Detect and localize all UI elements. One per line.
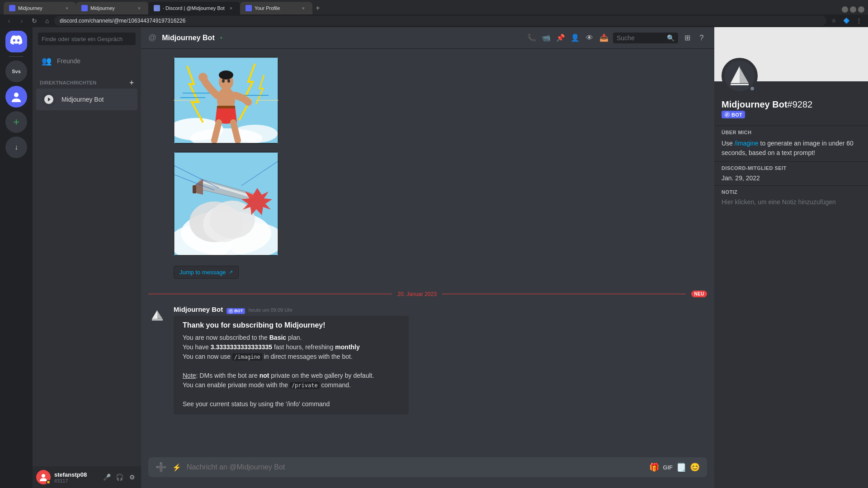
settings-button[interactable]: ⚙ xyxy=(127,472,137,483)
online-indicator: ● xyxy=(220,36,222,40)
deafen-button[interactable]: 🎧 xyxy=(114,472,125,483)
member-since-section: DISCORD-MITGLIED SEIT Jan. 29, 2022 xyxy=(714,161,868,185)
pin-icon[interactable]: 📌 xyxy=(555,33,566,43)
help-icon[interactable]: ? xyxy=(696,33,707,43)
dm-item-midjourney[interactable]: Midjourney Bot xyxy=(36,89,137,110)
svg-point-17 xyxy=(227,79,230,83)
inbox-icon[interactable]: 📥 xyxy=(599,33,609,43)
tab-close-discord[interactable]: × xyxy=(227,5,235,12)
tab-title-1: Midjourney xyxy=(18,5,61,11)
svg-rect-30 xyxy=(193,185,196,193)
server-icon-home[interactable] xyxy=(5,31,27,52)
back-button[interactable]: ‹ xyxy=(4,15,14,26)
tab-close-1[interactable]: × xyxy=(63,5,71,12)
tab-profile[interactable]: Your Profile × xyxy=(240,2,312,14)
svg-point-15 xyxy=(219,70,233,80)
chat-input[interactable] xyxy=(187,463,644,471)
dm-avatar-midjourney xyxy=(42,92,56,107)
search-bar[interactable]: Suche 🔍 xyxy=(613,33,678,43)
sticker-icon[interactable]: 🗒️ xyxy=(676,462,686,472)
user-tag: #3117 xyxy=(54,478,98,483)
about-me-link[interactable]: /imagine xyxy=(735,140,759,147)
date-divider: 20. Januar 2023 NEU xyxy=(141,283,714,305)
jump-to-message-button[interactable]: Jump to message ↗ xyxy=(174,266,239,279)
about-me-text-before: Use xyxy=(722,140,735,147)
about-me-text: Use /imagine to generate an image in und… xyxy=(722,139,861,158)
grid-icon[interactable]: ⊞ xyxy=(682,33,693,43)
tab-title-profile: Your Profile xyxy=(255,5,297,11)
comic-image-1 xyxy=(174,57,278,144)
svg-point-1 xyxy=(82,6,87,10)
emoji-icon[interactable]: 😊 xyxy=(690,462,700,472)
extension-icon[interactable]: 🔷 xyxy=(841,15,852,26)
gif-icon[interactable]: GIF xyxy=(663,464,673,471)
header-icons: 📞 📹 📌 👤 👁 📥 Suche 🔍 ⊞ ? xyxy=(526,33,707,43)
server-icon-svs[interactable]: Svs xyxy=(5,61,27,82)
friends-label: Freunde xyxy=(57,57,80,65)
add-server-button[interactable]: + xyxy=(5,111,27,133)
about-me-section: ÜBER MICH Use /imagine to generate an im… xyxy=(714,126,868,161)
tab-midjourney-2[interactable]: Midjourney × xyxy=(76,2,148,14)
svg-point-5 xyxy=(42,474,45,478)
mute-button[interactable]: 🎤 xyxy=(101,472,112,483)
call-icon[interactable]: 📞 xyxy=(526,33,537,43)
new-label: NEU xyxy=(691,291,707,297)
download-button[interactable]: ↓ xyxy=(5,136,27,158)
profile-discriminator: #9282 xyxy=(788,99,813,109)
video-icon[interactable]: 📹 xyxy=(541,33,552,43)
user-controls: 🎤 🎧 ⚙ xyxy=(101,472,137,483)
home-button[interactable]: ⌂ xyxy=(42,15,52,26)
member-since-title: DISCORD-MITGLIED SEIT xyxy=(722,165,861,171)
subscribe-embed: Thank you for subscribing to Midjourney!… xyxy=(174,316,409,414)
message-author: Midjourney Bot xyxy=(174,305,223,313)
forward-button[interactable]: › xyxy=(16,15,27,26)
dm-search-box[interactable]: Finde oder starte ein Gespräch xyxy=(38,33,136,45)
note-placeholder[interactable]: Hier klicken, um eine Notiz hinzuzufügen xyxy=(722,198,861,206)
close-button[interactable] xyxy=(858,6,864,13)
dm-section-header: DIREKTNACHRICHTEN + xyxy=(36,71,137,89)
add-friend-icon[interactable]: 👤 xyxy=(570,33,580,43)
server-label-svs: Svs xyxy=(12,69,21,74)
bookmark-icon[interactable]: ☆ xyxy=(828,15,839,26)
minimize-button[interactable] xyxy=(842,6,848,13)
profile-avatar-area xyxy=(722,58,758,94)
user-panel: stefanstp08 #3117 🎤 🎧 ⚙ xyxy=(33,466,141,488)
new-tab-button[interactable]: + xyxy=(312,3,323,14)
embed-title: Thank you for subscribing to Midjourney! xyxy=(183,321,401,329)
dm-add-icon[interactable]: + xyxy=(129,79,134,87)
subscribe-message-group: Midjourney Bot ✓ BOT heute um 09:09 Uhr … xyxy=(141,305,714,415)
tab-favicon-profile xyxy=(245,5,252,11)
svg-point-19 xyxy=(198,73,208,82)
server-sidebar: Svs + ↓ xyxy=(0,27,33,488)
profile-header xyxy=(714,27,868,81)
note-title: NOTIZ xyxy=(722,189,861,195)
profile-badge-row: ✓ BOT xyxy=(722,111,861,118)
hide-panel-icon[interactable]: 👁 xyxy=(584,33,595,43)
discord-app: Svs + ↓ Finde oder starte ein Gespräch 👥… xyxy=(0,27,868,488)
browser-chrome: Midjourney × Midjourney × · · Discord | … xyxy=(0,0,868,27)
dm-header-label: DIREKTNACHRICHTEN xyxy=(40,80,96,85)
date-divider-text: 20. Januar 2023 xyxy=(397,291,437,297)
friends-button[interactable]: 👥 Freunde xyxy=(36,52,137,70)
bot-label-lg: BOT xyxy=(731,112,742,117)
tab-close-profile[interactable]: × xyxy=(300,5,307,12)
svg-point-4 xyxy=(14,93,19,97)
browser-menu-icon[interactable]: ⋮ xyxy=(854,15,864,26)
user-avatar-sidebar[interactable] xyxy=(5,86,27,108)
user-status-indicator xyxy=(46,480,51,484)
tab-midjourney-1[interactable]: Midjourney × xyxy=(4,2,76,14)
refresh-button[interactable]: ↻ xyxy=(29,15,40,26)
url-bar[interactable]: discord.com/channels/@me/106344374919731… xyxy=(54,16,826,26)
chat-messages: Jump to message ↗ 20. Januar 2023 NEU xyxy=(141,49,714,457)
maximize-button[interactable] xyxy=(850,6,856,13)
attach-icon[interactable]: ➕ xyxy=(156,462,167,473)
gift-icon[interactable]: 🎁 xyxy=(649,462,659,472)
tab-discord[interactable]: · · Discord | @Midjourney Bot × xyxy=(148,2,240,14)
bot-badge: ✓ BOT xyxy=(226,308,245,314)
user-avatar xyxy=(36,470,51,484)
tab-close-2[interactable]: × xyxy=(136,5,143,12)
user-name: stefanstp08 xyxy=(54,471,98,478)
tab-bar: Midjourney × Midjourney × · · Discord | … xyxy=(0,0,868,14)
server-divider xyxy=(9,56,24,57)
tab-favicon-1 xyxy=(9,5,15,11)
